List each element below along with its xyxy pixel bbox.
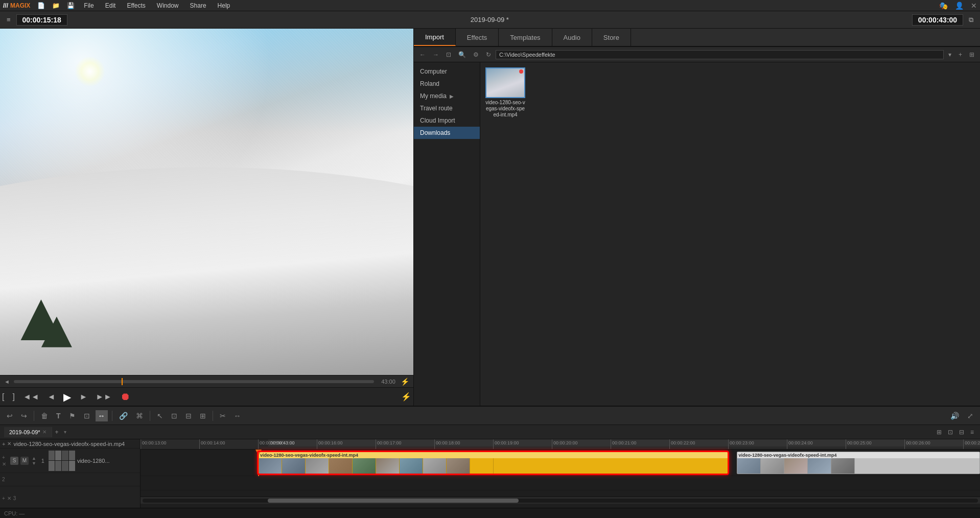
menu-window[interactable]: Window xyxy=(155,1,181,10)
track-clip-highlighted[interactable]: video-1280-seo-vegas-videofx-speed-int.m… xyxy=(258,452,728,474)
next-frame-btn[interactable]: ► xyxy=(77,390,89,404)
prev-frame-btn[interactable]: ◄ xyxy=(45,390,58,404)
t3-close[interactable]: ✕ xyxy=(7,496,11,501)
delete-btn[interactable]: 🗑 xyxy=(38,410,51,421)
select-btn[interactable]: ⊡ xyxy=(169,410,180,421)
path-input[interactable] xyxy=(496,50,944,59)
group-btn[interactable]: ⊡ xyxy=(81,410,92,421)
tree-travel-route[interactable]: Travel route xyxy=(414,102,480,114)
scroll-track[interactable] xyxy=(143,499,978,503)
ruler-14: 00:00:27:00 xyxy=(963,439,980,449)
next-mark-btn[interactable]: ►► xyxy=(94,390,114,404)
toolbar-hamburger[interactable]: ≡ xyxy=(4,14,13,25)
timeline-tab-add[interactable]: + xyxy=(52,427,62,438)
nav-forward-btn[interactable]: → xyxy=(430,50,441,59)
menu-share[interactable]: Share xyxy=(188,1,208,10)
text-tool-btn[interactable]: T xyxy=(54,410,63,421)
track-thumbnail xyxy=(49,451,75,471)
track-s-btn[interactable]: S xyxy=(10,457,18,465)
timeline-view-1[interactable]: ⊞ xyxy=(935,428,944,437)
toolbar-icon-folder[interactable]: 📁 xyxy=(52,2,60,9)
rct4 xyxy=(808,458,831,474)
timeline-view-3[interactable]: ⊟ xyxy=(957,428,966,437)
timeline-tabs-bar: 2019-09-09* ✕ + ▾ ⊞ ⊡ ⊟ ≡ xyxy=(0,425,980,439)
range-tool-btn[interactable]: ↔ xyxy=(96,410,108,421)
tree-my-media[interactable]: My media ▶ xyxy=(414,90,480,102)
link-btn[interactable]: 🔗 xyxy=(116,410,130,421)
tree-roland[interactable]: Roland xyxy=(414,78,480,90)
cut-btn[interactable]: ✂ xyxy=(217,410,228,421)
scrubber-track[interactable] xyxy=(14,380,374,383)
undo-btn[interactable]: ↩ xyxy=(4,410,15,421)
menu-effects[interactable]: Effects xyxy=(125,1,147,10)
mouse-tool-btn[interactable]: ↖ xyxy=(154,410,166,421)
track-3-header: + ✕ 3 xyxy=(0,486,140,511)
system-icon-1[interactable]: 🎭 xyxy=(939,2,948,10)
preview-scrubber[interactable]: ◄ 43:00 ⚡ xyxy=(0,375,413,387)
toolbar-restore[interactable]: ⧉ xyxy=(966,14,976,26)
tt7 xyxy=(62,461,68,471)
track-2-label: 2 xyxy=(2,477,5,482)
t3-expand[interactable]: + xyxy=(2,496,5,501)
scroll-thumb[interactable] xyxy=(268,499,519,503)
tab-import[interactable]: Import xyxy=(414,29,456,46)
track-plus[interactable]: + xyxy=(2,455,6,460)
fullscreen-btn[interactable]: ⤢ xyxy=(965,410,976,421)
play-btn[interactable]: ▶ xyxy=(61,389,73,405)
toolbar-icon-file[interactable]: 📄 xyxy=(37,2,45,9)
clip-label-1: video-1280-seo-vegas-videofx-speed-int.m… xyxy=(259,452,728,458)
file-thumb-1[interactable]: video-1280-seo-vegas-videofx-speed-int.m… xyxy=(485,67,525,118)
tab-audio[interactable]: Audio xyxy=(552,29,592,46)
view-grid-btn[interactable]: ⊞ xyxy=(967,50,977,59)
toolbar-icon-save[interactable]: 💾 xyxy=(67,2,75,9)
track-arrow[interactable]: + xyxy=(2,441,5,447)
volume-btn[interactable]: 🔊 xyxy=(948,410,962,421)
lightning-ctrl[interactable]: ⚡ xyxy=(399,390,413,404)
marker-btn[interactable]: ⚑ xyxy=(66,410,78,421)
tree-cloud-import[interactable]: Cloud Import xyxy=(414,114,480,127)
refresh-btn[interactable]: ↻ xyxy=(483,50,494,59)
tree-downloads[interactable]: Downloads xyxy=(414,127,480,139)
tree-computer[interactable]: Computer xyxy=(414,65,480,78)
system-icon-3[interactable]: ✕ xyxy=(971,2,977,10)
redo-btn[interactable]: ↪ xyxy=(18,410,30,421)
ruler-0: 00:00:13:00 xyxy=(141,439,167,449)
menu-help[interactable]: Help xyxy=(216,1,232,10)
select2-btn[interactable]: ⊟ xyxy=(183,410,194,421)
lightning-icon[interactable]: ⚡ xyxy=(401,378,409,386)
track-up-arrow[interactable]: ▲ xyxy=(32,456,36,461)
roland-label: Roland xyxy=(420,80,439,87)
main-toolbar: ≡ 00:00:15:18 2019-09-09 * 00:00:43:00 ⧉ xyxy=(0,11,980,29)
search-btn[interactable]: 🔍 xyxy=(456,50,469,59)
track-clip-right[interactable]: video-1280-seo-vegas-videofx-speed-int.m… xyxy=(737,452,980,474)
nav-back-btn[interactable]: ← xyxy=(417,50,428,59)
trim-btn[interactable]: ⊞ xyxy=(197,410,208,421)
mark-in-btn[interactable]: [ xyxy=(0,390,6,404)
new-folder-btn[interactable]: + xyxy=(956,50,965,59)
tab-templates[interactable]: Templates xyxy=(499,29,552,46)
tab-effects[interactable]: Effects xyxy=(456,29,499,46)
logo-symbol: /// xyxy=(3,2,8,9)
settings-btn[interactable]: ⚙ xyxy=(471,50,481,59)
prev-mark-btn[interactable]: ◄◄ xyxy=(21,390,41,404)
track-down-arrow[interactable]: ▼ xyxy=(32,461,36,466)
tab-dropdown[interactable]: ▾ xyxy=(62,429,68,435)
track-add[interactable]: ✕ xyxy=(7,441,11,446)
link2-btn[interactable]: ⌘ xyxy=(133,410,146,421)
track-m-btn[interactable]: M xyxy=(20,457,29,465)
record-btn[interactable]: ⏺ xyxy=(118,389,132,405)
timeline-tab-close[interactable]: ✕ xyxy=(42,429,46,435)
expand-btn[interactable]: ↔ xyxy=(231,410,244,421)
timeline-view-2[interactable]: ⊡ xyxy=(946,428,955,437)
timeline-tab-active[interactable]: 2019-09-09* ✕ xyxy=(4,427,52,437)
mark-out-btn[interactable]: ] xyxy=(10,390,16,404)
track-thumb-grid xyxy=(49,451,75,471)
folder-up-btn[interactable]: ⊡ xyxy=(444,50,454,59)
track-minus[interactable]: ✕ xyxy=(2,461,6,467)
menu-file[interactable]: File xyxy=(82,1,96,10)
tab-store[interactable]: Store xyxy=(592,29,631,46)
path-dropdown-btn[interactable]: ▾ xyxy=(946,50,954,59)
system-icon-2[interactable]: 👤 xyxy=(955,2,964,10)
menu-edit[interactable]: Edit xyxy=(103,1,118,10)
timeline-view-4[interactable]: ≡ xyxy=(968,428,976,437)
